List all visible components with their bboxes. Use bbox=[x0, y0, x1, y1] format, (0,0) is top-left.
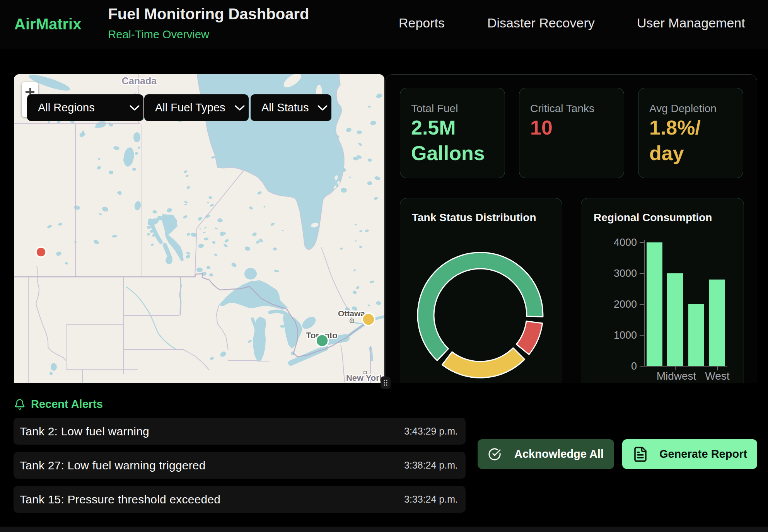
svg-text:West: West bbox=[705, 370, 729, 382]
svg-text:1000: 1000 bbox=[614, 329, 637, 341]
svg-text:New York: New York bbox=[346, 373, 384, 383]
svg-text:4000: 4000 bbox=[614, 237, 637, 248]
svg-text:0: 0 bbox=[631, 360, 637, 372]
svg-text:2000: 2000 bbox=[614, 298, 637, 310]
svg-text:3000: 3000 bbox=[614, 268, 637, 279]
svg-text:Canada: Canada bbox=[122, 75, 157, 86]
svg-text:Ottawa: Ottawa bbox=[338, 309, 365, 318]
svg-text:Midwest: Midwest bbox=[657, 370, 696, 382]
